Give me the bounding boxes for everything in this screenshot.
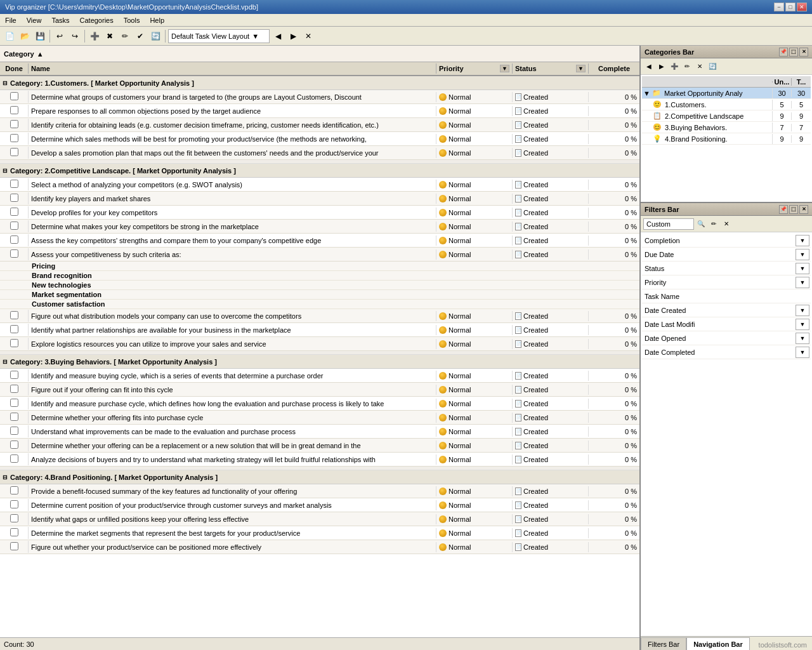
task-done-cell[interactable] [0, 397, 29, 409]
task-done-cell[interactable] [0, 338, 29, 350]
save-button[interactable]: 💾 [33, 29, 47, 43]
done-checkbox[interactable] [10, 120, 18, 128]
task-done-cell[interactable] [0, 310, 29, 322]
filter-bar-close[interactable]: ✕ [799, 205, 808, 214]
cat-tree-row-root[interactable]: ▼ 📁 Market Opportunity Analy 30 30 [642, 88, 811, 99]
done-checkbox[interactable] [10, 235, 18, 244]
filter-bar-float[interactable]: ⬚ [789, 205, 798, 214]
done-checkbox[interactable] [10, 148, 18, 156]
minimize-button[interactable]: − [774, 3, 784, 11]
done-checkbox[interactable] [10, 311, 18, 319]
task-done-cell[interactable] [0, 541, 29, 553]
task-done-cell[interactable] [0, 453, 29, 465]
menu-tools[interactable]: Tools [121, 16, 143, 25]
menu-file[interactable]: File [3, 16, 19, 25]
done-checkbox[interactable] [10, 106, 18, 114]
cat-bar-pin[interactable]: 📌 [779, 48, 788, 56]
task-done-cell[interactable] [0, 220, 29, 232]
category-row-2[interactable]: ⊟ Category: 2.Competitive Landscape. [ M… [0, 164, 639, 178]
task-done-cell[interactable] [0, 248, 29, 260]
layout-prev[interactable]: ◀ [271, 29, 285, 43]
add-task-button[interactable]: ➕ [88, 29, 102, 43]
cat-tree-row-3[interactable]: 😊 3.Buying Behaviors. 7 7 [642, 122, 811, 133]
cat-edit[interactable]: ✏ [681, 61, 693, 72]
open-button[interactable]: 📂 [18, 29, 32, 43]
task-done-cell[interactable] [0, 119, 29, 131]
delete-button[interactable]: ✖ [103, 29, 117, 43]
maximize-button[interactable]: □ [785, 3, 796, 11]
col-name-header[interactable]: Name [29, 63, 436, 74]
tab-filters-bar[interactable]: Filters Bar [641, 637, 686, 650]
col-priority-header[interactable]: Priority ▼ [436, 63, 513, 74]
done-checkbox[interactable] [10, 486, 18, 494]
category-row-1[interactable]: ⊟ Category: 1.Customers. [ Market Opport… [0, 76, 639, 90]
layout-dropdown[interactable]: Default Task View Layout ▼ [168, 29, 270, 43]
cat-bar-close[interactable]: ✕ [799, 48, 808, 56]
task-done-cell[interactable] [0, 439, 29, 451]
col-complete-header[interactable]: Complete [589, 63, 639, 74]
col-status-header[interactable]: Status ▼ [513, 63, 589, 74]
filter-dropdown-datelastmod[interactable]: ▼ [796, 319, 809, 330]
task-done-cell[interactable] [0, 411, 29, 423]
refresh-button[interactable]: 🔄 [148, 29, 162, 43]
filter-dropdown-completion[interactable]: ▼ [796, 235, 809, 246]
filter-edit[interactable]: ✏ [708, 218, 719, 230]
done-checkbox[interactable] [10, 92, 18, 100]
filter-dropdown-datecreated[interactable]: ▼ [796, 305, 809, 316]
filter-dropdown-priority[interactable]: ▼ [796, 277, 809, 288]
menu-tasks[interactable]: Tasks [49, 16, 72, 25]
cat-delete[interactable]: ✕ [694, 61, 705, 72]
task-done-cell[interactable] [0, 105, 29, 117]
task-done-cell[interactable] [0, 485, 29, 497]
done-checkbox[interactable] [10, 399, 18, 407]
task-done-cell[interactable] [0, 527, 29, 539]
cat-tree-row-2[interactable]: 📋 2.Competitive Landscape 9 9 [642, 110, 811, 122]
done-checkbox[interactable] [10, 542, 18, 550]
task-done-cell[interactable] [0, 178, 29, 190]
task-list[interactable]: ⊟ Category: 1.Customers. [ Market Opport… [0, 76, 639, 637]
filter-bar-pin[interactable]: 📌 [779, 205, 788, 214]
category-row-3[interactable]: ⊟ Category: 3.Buying Behaviors. [ Market… [0, 355, 639, 369]
task-done-cell[interactable] [0, 133, 29, 145]
menu-view[interactable]: View [24, 16, 44, 25]
done-checkbox[interactable] [10, 371, 18, 379]
priority-dropdown[interactable]: ▼ [500, 65, 509, 72]
undo-button[interactable]: ↩ [53, 29, 67, 43]
done-checkbox[interactable] [10, 180, 18, 188]
done-checkbox[interactable] [10, 500, 18, 508]
done-checkbox[interactable] [10, 385, 18, 393]
done-checkbox[interactable] [10, 222, 18, 230]
filter-dropdown-datecompleted[interactable]: ▼ [796, 347, 809, 358]
edit-button[interactable]: ✏ [118, 29, 132, 43]
task-done-cell[interactable] [0, 206, 29, 218]
filter-apply[interactable]: 🔍 [695, 218, 707, 230]
close-button[interactable]: ✕ [797, 3, 807, 11]
menu-help[interactable]: Help [147, 16, 167, 25]
menu-categories[interactable]: Categories [77, 16, 116, 25]
new-button[interactable]: 📄 [3, 29, 16, 43]
done-checkbox[interactable] [10, 249, 18, 258]
filter-custom-input[interactable] [643, 218, 694, 230]
done-checkbox[interactable] [10, 454, 18, 463]
cat-tree-row-1[interactable]: 🙂 1.Customers. 5 5 [642, 99, 811, 110]
cat-forward[interactable]: ▶ [656, 61, 667, 72]
done-checkbox[interactable] [10, 427, 18, 435]
layout-next[interactable]: ▶ [286, 29, 300, 43]
filter-delete[interactable]: ✕ [721, 218, 732, 230]
status-dropdown[interactable]: ▼ [576, 65, 586, 72]
done-checkbox[interactable] [10, 441, 18, 449]
task-done-cell[interactable] [0, 91, 29, 103]
col-done-header[interactable]: Done [0, 63, 29, 74]
done-checkbox[interactable] [10, 208, 18, 216]
filter-dropdown-duedate[interactable]: ▼ [796, 249, 809, 260]
task-done-cell[interactable] [0, 147, 29, 159]
done-checkbox[interactable] [10, 339, 18, 347]
cat-bar-float[interactable]: ⬚ [789, 48, 798, 56]
task-done-cell[interactable] [0, 513, 29, 525]
task-done-cell[interactable] [0, 383, 29, 395]
task-done-cell[interactable] [0, 425, 29, 437]
done-checkbox[interactable] [10, 528, 18, 536]
done-checkbox[interactable] [10, 134, 18, 142]
check-button[interactable]: ✔ [133, 29, 147, 43]
redo-button[interactable]: ↪ [68, 29, 82, 43]
